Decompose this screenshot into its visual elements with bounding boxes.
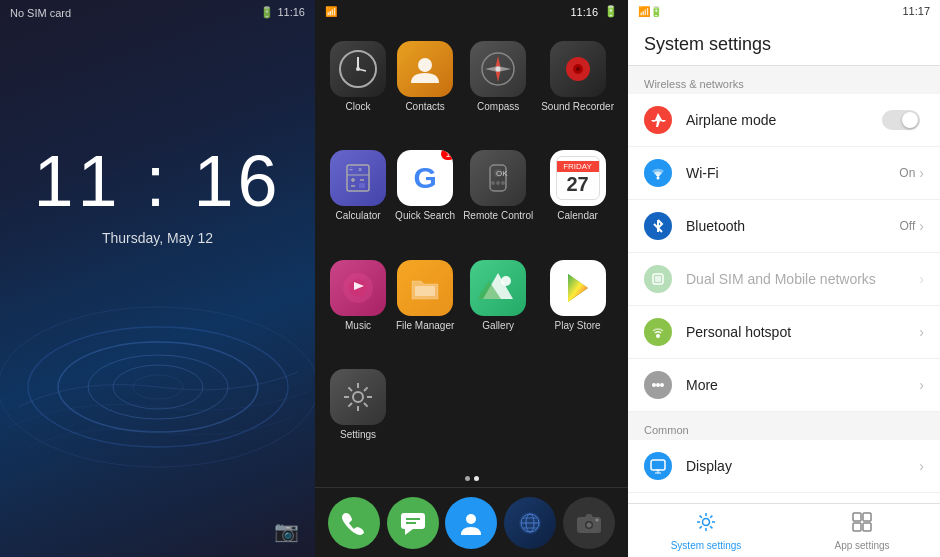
svg-point-69 <box>656 334 660 338</box>
wifi-text: Wi-Fi <box>686 164 899 182</box>
dock-phone[interactable] <box>328 497 380 549</box>
messages-icon <box>399 509 427 537</box>
svg-rect-90 <box>853 513 861 521</box>
hotspot-chevron: › <box>919 324 924 340</box>
app-label-remotecontrol: Remote Control <box>463 210 533 221</box>
settings-item-display[interactable]: Display › <box>628 440 940 493</box>
more-icon <box>644 371 672 399</box>
display-text: Display <box>686 457 919 475</box>
svg-line-88 <box>710 515 712 517</box>
svg-text:OK: OK <box>496 169 508 178</box>
bt-svg <box>650 218 666 234</box>
svg-point-38 <box>501 276 511 286</box>
svg-line-48 <box>364 387 368 391</box>
svg-point-31 <box>496 181 500 185</box>
app-icon-remotecontrol[interactable]: OK Remote Control <box>459 142 537 251</box>
dock-contacts[interactable] <box>445 497 497 549</box>
svg-marker-40 <box>568 274 588 302</box>
svg-rect-92 <box>853 523 861 531</box>
app-icon-settings[interactable]: Settings <box>325 361 391 470</box>
svg-rect-26 <box>359 183 365 188</box>
app-label-gallery: Gallery <box>482 320 514 331</box>
svg-line-86 <box>700 515 702 517</box>
app-icon-filemanager[interactable]: File Manager <box>391 252 459 361</box>
filemanager-svg <box>406 269 444 307</box>
bt-chevron: › <box>919 218 924 234</box>
app-icon-clock[interactable]: Clock <box>325 33 391 142</box>
drawer-battery-icon: 🔋 <box>604 5 618 18</box>
wifi-svg <box>650 165 666 181</box>
settings-item-more[interactable]: More › <box>628 359 940 412</box>
app-icon-quicksearch[interactable]: G 1 Quick Search <box>391 142 459 251</box>
app-icon-calculator[interactable]: ÷ × Calculator <box>325 142 391 251</box>
lock-status-bar: No SIM card 🔋 11:16 <box>0 0 315 25</box>
svg-line-46 <box>348 387 352 391</box>
nav-app-settings[interactable]: App settings <box>784 504 940 557</box>
airplane-toggle[interactable] <box>882 110 920 130</box>
app-icon-gallery[interactable]: Gallery <box>459 252 537 361</box>
settings-item-wifi[interactable]: Wi-Fi On › <box>628 147 940 200</box>
app-dock <box>315 487 628 557</box>
settings-item-hotspot[interactable]: Personal hotspot › <box>628 306 940 359</box>
svg-point-70 <box>652 383 656 387</box>
settings-item-airplane[interactable]: Airplane mode <box>628 94 940 147</box>
clock-svg <box>338 49 378 89</box>
svg-line-47 <box>364 403 368 407</box>
settings-item-bluetooth[interactable]: Bluetooth Off › <box>628 200 940 253</box>
settings-header: System settings <box>628 22 940 66</box>
app-label-filemanager: File Manager <box>396 320 454 331</box>
svg-point-64 <box>586 522 591 527</box>
settings-item-dual-sim[interactable]: Dual SIM and Mobile networks › <box>628 253 940 306</box>
app-icon-compass[interactable]: Compass <box>459 33 537 142</box>
dock-camera[interactable] <box>563 497 615 549</box>
bluetooth-text: Bluetooth <box>686 217 900 235</box>
app-settings-nav-icon <box>851 511 873 538</box>
svg-line-9 <box>358 69 366 71</box>
settings-panel: 📶🔋 11:17 System settings Wireless & netw… <box>628 0 940 557</box>
app-label-contacts: Contacts <box>405 101 444 112</box>
more-chevron: › <box>919 377 924 393</box>
quicksearch-icon: G <box>413 161 436 195</box>
settings-title: System settings <box>644 34 771 54</box>
system-settings-nav-icon <box>695 511 717 538</box>
gallery-svg <box>479 269 517 307</box>
app-drawer: 📶 11:16 🔋 Clock <box>315 0 628 557</box>
wifi-icon <box>644 159 672 187</box>
svg-text:×: × <box>358 166 362 173</box>
svg-point-30 <box>491 181 495 185</box>
svg-text:÷: ÷ <box>349 166 353 173</box>
display-icon <box>644 452 672 480</box>
hotspot-text: Personal hotspot <box>686 323 919 341</box>
svg-point-72 <box>660 383 664 387</box>
app-icon-playstore[interactable]: Play Store <box>537 252 618 361</box>
settings-bottom-nav: System settings App settings <box>628 503 940 557</box>
svg-point-17 <box>576 67 580 71</box>
phone-icon <box>340 509 368 537</box>
compass-svg <box>479 50 517 88</box>
app-icon-calendar[interactable]: FRIDAY 27 Calendar <box>537 142 618 251</box>
calculator-svg: ÷ × <box>339 159 377 197</box>
hotspot-svg <box>650 324 666 340</box>
display-svg <box>650 458 666 474</box>
wifi-chevron: › <box>919 165 924 181</box>
app-label-calendar: Calendar <box>557 210 598 221</box>
svg-point-81 <box>703 518 710 525</box>
app-grid: Clock Contacts Compass <box>315 23 628 470</box>
settings-status-time: 11:17 <box>902 5 930 17</box>
app-icon-music[interactable]: Music <box>325 252 391 361</box>
dock-messages[interactable] <box>387 497 439 549</box>
lock-camera-icon[interactable]: 📷 <box>274 519 299 543</box>
dock-browser[interactable] <box>504 497 556 549</box>
settings-item-wallpaper[interactable]: Wallpaper and theme › <box>628 493 940 503</box>
app-icon-soundrec[interactable]: Sound Recorder <box>537 33 618 142</box>
settings-svg <box>339 378 377 416</box>
svg-rect-73 <box>651 460 665 470</box>
drawer-signal-icon: 📶 <box>325 6 337 17</box>
app-label-calculator: Calculator <box>336 210 381 221</box>
lock-screen: No SIM card 🔋 11:16 11 : 16 Thursday, Ma… <box>0 0 315 557</box>
svg-point-10 <box>418 58 432 72</box>
airplane-mode-text: Airplane mode <box>686 111 882 129</box>
nav-system-settings[interactable]: System settings <box>628 504 784 557</box>
svg-point-71 <box>656 383 660 387</box>
app-icon-contacts[interactable]: Contacts <box>391 33 459 142</box>
